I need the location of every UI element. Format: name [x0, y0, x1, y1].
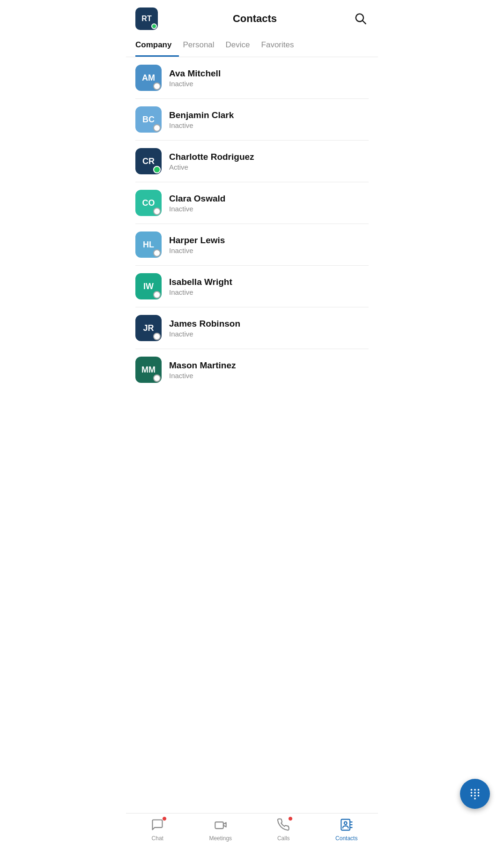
contact-initials: AM: [142, 73, 155, 83]
contact-name: Harper Lewis: [169, 235, 369, 246]
user-avatar-container[interactable]: RT: [135, 7, 158, 30]
contact-status-indicator: [153, 166, 161, 173]
contact-item[interactable]: CR Charlotte Rodriguez Active: [135, 141, 369, 182]
contact-initials: IW: [143, 282, 154, 291]
contact-item[interactable]: IW Isabella Wright Inactive: [135, 266, 369, 307]
contact-status-indicator: [153, 249, 161, 257]
tab-bar: Company Personal Device Favorites: [126, 36, 378, 57]
contact-info: Isabella Wright Inactive: [169, 277, 369, 296]
contact-status-text: Inactive: [169, 288, 369, 296]
user-status-dot: [151, 23, 157, 29]
contact-status-indicator: [153, 374, 161, 382]
contact-status-indicator: [153, 82, 161, 90]
contact-item[interactable]: HL Harper Lewis Inactive: [135, 224, 369, 266]
user-avatar-initials: RT: [141, 15, 151, 23]
search-button[interactable]: [352, 10, 369, 28]
app-header: RT Contacts: [126, 0, 378, 36]
contact-status-indicator: [153, 333, 161, 340]
contact-initials: HL: [143, 240, 154, 250]
contact-status-indicator: [153, 291, 161, 299]
contact-info: Mason Martinez Inactive: [169, 360, 369, 380]
contact-name: Mason Martinez: [169, 360, 369, 371]
tab-company[interactable]: Company: [135, 36, 179, 57]
contact-status-text: Inactive: [169, 80, 369, 88]
contact-initials: CR: [142, 157, 155, 166]
contact-avatar-wrap: CO: [135, 190, 162, 216]
contact-initials: MM: [141, 365, 156, 375]
contact-status-indicator: [153, 124, 161, 132]
tab-device[interactable]: Device: [226, 36, 258, 57]
contact-avatar-wrap: BC: [135, 106, 162, 133]
contact-info: Harper Lewis Inactive: [169, 235, 369, 254]
contact-name: Ava Mitchell: [169, 68, 369, 79]
contact-initials: BC: [142, 115, 155, 125]
contact-avatar-wrap: AM: [135, 65, 162, 91]
contact-name: James Robinson: [169, 319, 369, 329]
contact-info: James Robinson Inactive: [169, 319, 369, 338]
svg-line-1: [363, 21, 365, 23]
contact-info: Benjamin Clark Inactive: [169, 110, 369, 129]
contact-status-text: Inactive: [169, 372, 369, 380]
contact-name: Charlotte Rodriguez: [169, 152, 369, 162]
contact-status-text: Inactive: [169, 330, 369, 338]
contact-avatar-wrap: MM: [135, 357, 162, 383]
contact-item[interactable]: CO Clara Oswald Inactive: [135, 182, 369, 224]
tab-personal[interactable]: Personal: [183, 36, 222, 57]
contact-name: Clara Oswald: [169, 194, 369, 204]
page-title: Contacts: [233, 13, 277, 25]
tab-favorites[interactable]: Favorites: [261, 36, 302, 57]
contact-status-text: Inactive: [169, 121, 369, 129]
contact-status-text: Inactive: [169, 246, 369, 254]
contact-info: Charlotte Rodriguez Active: [169, 152, 369, 171]
contact-item[interactable]: MM Mason Martinez Inactive: [135, 349, 369, 390]
contact-initials: CO: [142, 198, 155, 208]
contact-info: Clara Oswald Inactive: [169, 194, 369, 213]
contact-avatar-wrap: HL: [135, 231, 162, 258]
contact-avatar-wrap: JR: [135, 315, 162, 341]
contact-status-indicator: [153, 208, 161, 215]
contact-item[interactable]: AM Ava Mitchell Inactive: [135, 57, 369, 99]
contact-avatar-wrap: CR: [135, 148, 162, 174]
contact-item[interactable]: JR James Robinson Inactive: [135, 307, 369, 349]
contact-initials: JR: [143, 323, 154, 333]
search-icon: [354, 12, 367, 25]
contact-status-text: Active: [169, 163, 369, 171]
contact-list: AM Ava Mitchell Inactive BC Benjamin Cla…: [126, 57, 378, 433]
contact-name: Isabella Wright: [169, 277, 369, 287]
contact-status-text: Inactive: [169, 205, 369, 213]
contact-item[interactable]: BC Benjamin Clark Inactive: [135, 99, 369, 141]
contact-avatar-wrap: IW: [135, 273, 162, 299]
contact-info: Ava Mitchell Inactive: [169, 68, 369, 88]
contact-name: Benjamin Clark: [169, 110, 369, 120]
